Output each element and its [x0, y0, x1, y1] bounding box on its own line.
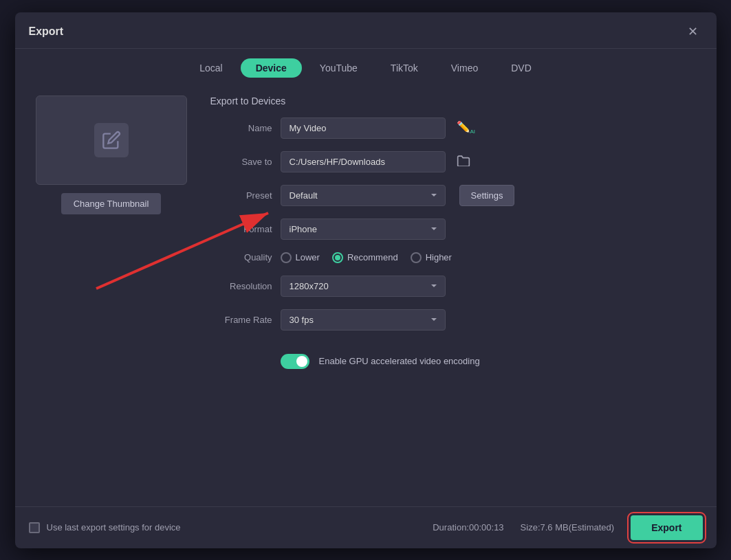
radio-recommend [332, 252, 343, 263]
gpu-toggle[interactable] [281, 354, 309, 369]
preset-label: Preset [210, 190, 272, 201]
quality-row: Quality Lower Recommend Higher [210, 252, 703, 263]
dialog-body: Change Thumbnail Export to Devices Name … [15, 85, 717, 506]
footer-left: Use last export settings for device [29, 522, 181, 533]
quality-recommend[interactable]: Recommend [332, 252, 398, 263]
gpu-label: Enable GPU accelerated video encoding [319, 356, 480, 366]
footer-right: Duration:00:00:13 Size:7.6 MB(Estimated)… [433, 515, 702, 540]
duration-text: Duration:00:00:13 [433, 522, 503, 533]
settings-button[interactable]: Settings [459, 185, 515, 206]
tab-dvd[interactable]: DVD [496, 58, 547, 78]
frame-rate-label: Frame Rate [210, 315, 272, 325]
folder-icon[interactable] [457, 154, 470, 170]
quality-options: Lower Recommend Higher [281, 252, 452, 263]
tab-youtube[interactable]: YouTube [305, 58, 373, 78]
recommend-label: Recommend [347, 252, 398, 262]
save-to-row: Save to [210, 151, 703, 172]
frame-rate-row: Frame Rate 30 fps [210, 309, 703, 331]
last-settings-label: Use last export settings for device [47, 522, 181, 533]
tab-tiktok[interactable]: TikTok [375, 58, 433, 78]
resolution-label: Resolution [210, 281, 272, 291]
higher-label: Higher [426, 252, 452, 262]
save-to-input[interactable] [281, 151, 446, 172]
thumbnail-panel: Change Thumbnail [29, 96, 194, 493]
section-title: Export to Devices [210, 96, 703, 107]
dialog-header: Export ✕ [15, 12, 717, 49]
name-input[interactable] [281, 117, 446, 139]
last-settings-checkbox[interactable] [29, 522, 40, 533]
export-dialog: Export ✕ Local Device YouTube TikTok Vim… [15, 12, 717, 548]
resolution-row: Resolution 1280x720 [210, 276, 703, 297]
dialog-title: Export [29, 25, 64, 38]
lower-label: Lower [296, 252, 320, 262]
name-label: Name [210, 123, 272, 133]
settings-panel: Export to Devices Name ✏️AI Save to Pr [210, 96, 703, 493]
export-button[interactable]: Export [631, 515, 702, 540]
ai-icon: ✏️AI [457, 120, 476, 135]
resolution-select[interactable]: 1280x720 [281, 276, 446, 297]
dialog-footer: Use last export settings for device Dura… [15, 506, 717, 548]
close-button[interactable]: ✕ [684, 22, 703, 41]
format-label: Format [210, 224, 272, 234]
format-row: Format iPhone [210, 219, 703, 240]
tabs-row: Local Device YouTube TikTok Vimeo DVD [15, 49, 717, 85]
change-thumbnail-button[interactable]: Change Thumbnail [61, 193, 162, 214]
preset-select[interactable]: Default [281, 185, 446, 206]
quality-label: Quality [210, 252, 272, 262]
size-text: Size:7.6 MB(Estimated) [521, 522, 615, 533]
tab-vimeo[interactable]: Vimeo [436, 58, 493, 78]
preset-row: Preset Default Settings [210, 185, 703, 206]
quality-higher[interactable]: Higher [411, 252, 452, 263]
gpu-row: Enable GPU accelerated video encoding [281, 354, 703, 369]
radio-lower [281, 252, 292, 263]
tab-local[interactable]: Local [184, 58, 237, 78]
tab-device[interactable]: Device [241, 58, 302, 78]
format-select[interactable]: iPhone [281, 219, 446, 240]
thumbnail-box [36, 96, 187, 185]
name-row: Name ✏️AI [210, 117, 703, 139]
save-to-label: Save to [210, 157, 272, 167]
quality-lower[interactable]: Lower [281, 252, 320, 263]
frame-rate-select[interactable]: 30 fps [281, 309, 446, 331]
edit-icon [94, 123, 129, 157]
radio-higher [411, 252, 422, 263]
